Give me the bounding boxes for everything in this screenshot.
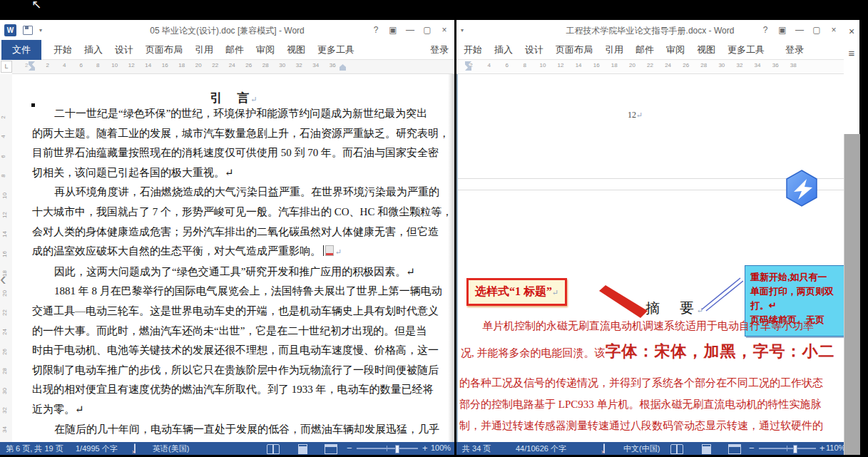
restore-button[interactable]: ▢ (808, 20, 825, 40)
read-mode-button[interactable] (267, 444, 280, 454)
ribbon-tab[interactable]: 插入 (494, 43, 513, 56)
document-text-line: 成的温室效应破坏大自然的生态平衡，对大气造成严重影响。↵ (32, 242, 449, 262)
sign-in-link[interactable]: 登录 (785, 43, 804, 56)
language-indicator[interactable]: 中文(中国) (623, 443, 660, 454)
right-title-bar[interactable]: ▾ 工程技术学院毕业论文指导手册.docx - Word ? ▣ — ▢ × (456, 20, 844, 40)
ribbon-tab[interactable]: 审阅 (666, 43, 685, 56)
ribbon-tab[interactable]: 开始 (53, 43, 72, 56)
zoom-slider-track[interactable] (357, 448, 418, 449)
tab-file[interactable]: 文件 (1, 40, 41, 60)
ribbon-tab[interactable]: 设计 (115, 43, 133, 56)
document-text-line: 目前世界石油蕴藏量按照现在的消耗速度仅可供使用 50 到 70 年。而石油与国家… (32, 143, 449, 163)
style-tip-box[interactable]: 选样式“1 标题”↵ (466, 278, 567, 306)
ruler-number: 20 (623, 62, 641, 68)
ruler-number: 22 (207, 62, 224, 68)
document-canvas[interactable]: 12↵ 选样式“1 标题”↵ 摘 要↵ (456, 74, 844, 442)
word-count[interactable]: 44/10626 个字 (516, 443, 566, 454)
ruler-number: 10 (106, 62, 123, 68)
ribbon-tab[interactable]: 页面布局 (145, 43, 183, 56)
restore-button[interactable]: ▢ (419, 20, 436, 40)
zoom-level[interactable]: 100% (431, 443, 451, 452)
spellcheck-icon[interactable] (134, 443, 136, 453)
ruler-number: 20 (1, 290, 8, 297)
ruler-number: 16 (1, 251, 8, 257)
page-indicator[interactable]: 共 34 页 (462, 443, 491, 454)
close-button[interactable]: × (825, 20, 842, 40)
ribbon-tab[interactable]: 视图 (697, 43, 715, 56)
minimize-button[interactable]: — (402, 20, 419, 40)
minimize-button[interactable]: — (791, 20, 808, 40)
document-text-line: 在随后的几十年间，电动车辆一直处于发展的低谷，而燃油车辆却发展迅猛，几乎↵ (32, 420, 449, 440)
print-layout-button[interactable] (702, 444, 711, 454)
ribbon-options-button[interactable]: ▣ (774, 20, 791, 40)
zoom-out-button[interactable]: − (347, 443, 352, 453)
ruler-number: 14 (1, 231, 8, 237)
callout-leader-lines (699, 275, 745, 312)
callout-line: 打。↵ (750, 299, 844, 313)
document-text-line: 二十一世纪是“绿色环保”的世纪，环境保护和能源节约问题成为新世纪最为突出↵ (32, 104, 449, 124)
red-text-line: 况, 并能将多余的电能回溃。该字体：宋体，加黑，字号：小二 (461, 341, 835, 362)
page-number: 12↵ (628, 110, 643, 120)
tab-stop-selector[interactable]: L (1, 61, 12, 73)
scrollbar-track[interactable] (844, 134, 860, 455)
document-text-line: 出现的相对便宜且有速度优势的燃油汽车所取代。到了 1933 年，电动车的数量已经… (32, 380, 449, 400)
ribbon-tabs: 文件 开始插入设计页面布局引用邮件审阅视图更多工具 登录 (0, 40, 454, 60)
web-layout-button[interactable] (325, 444, 337, 454)
zoom-slider-thumb[interactable] (793, 445, 797, 453)
spellcheck-icon[interactable] (603, 443, 605, 453)
close-icon[interactable]: × (844, 26, 859, 37)
ruler-number: 18 (606, 62, 623, 68)
zoom-slider-track[interactable] (759, 448, 816, 449)
ribbon-tab[interactable]: 插入 (84, 43, 103, 56)
zoom-level[interactable]: 110% (826, 443, 844, 452)
ribbon-tab[interactable]: 设计 (525, 43, 543, 56)
close-button[interactable]: × (436, 20, 453, 40)
zoom-slider-tick (787, 446, 787, 451)
document-canvas[interactable]: 引 言↵ 二十一世纪是“绿色环保”的世纪，环境保护和能源节约问题成为新世纪最为突… (12, 74, 454, 442)
ribbon-tab[interactable]: 开始 (464, 43, 482, 56)
revision-mark-icon[interactable] (325, 245, 334, 256)
zoom-slider-thumb[interactable] (395, 445, 399, 453)
ribbon-tab[interactable]: 视图 (287, 43, 305, 56)
zoom-out-button[interactable]: − (749, 443, 755, 453)
document-text-line: 因此，这两大问题成为了“绿色交通工具”研究开发和推广应用的积极因素。↵↵ (32, 262, 449, 282)
ribbon-tab[interactable]: 更多工具 (317, 43, 354, 56)
sign-in-link[interactable]: 登录 (430, 43, 449, 56)
ribbon-tabs: 开始插入设计页面布局引用邮件审阅视图更多工具 登录 (456, 40, 844, 60)
status-bar: 第 6 页, 共 19 页 1/4995 个字 英语(美国) − + 100% (0, 442, 454, 455)
word-count[interactable]: 1/4995 个字 (76, 443, 118, 454)
document-text-line: 再从环境角度讲，石油燃烧造成的大气污染日益严重。在世界环境污染最为严重的↵ (32, 183, 449, 202)
help-button[interactable]: ? (367, 20, 384, 40)
ribbon-tab[interactable]: 邮件 (635, 43, 654, 56)
left-word-window: W ▾ 05 毕业论文(设计).doc [兼容模式] - Word ? ▣ — … (0, 20, 454, 455)
ruler-number: 6 (498, 62, 516, 68)
ruler-number: 4 (480, 62, 498, 68)
ribbon-tab[interactable]: 审阅 (256, 43, 275, 56)
menu-icon[interactable]: ≡ (844, 47, 859, 59)
window-controls: ? ▣ — ▢ × (367, 20, 453, 40)
ruler-number: 2 (39, 62, 56, 68)
read-mode-button[interactable] (670, 444, 683, 454)
ruler-number: 4 (56, 62, 73, 68)
zoom-in-button[interactable]: + (422, 443, 428, 453)
xunlei-bird-icon[interactable] (785, 170, 819, 207)
ruler-number: 30 (713, 62, 730, 68)
zoom-in-button[interactable]: + (820, 443, 825, 453)
ruler-number: 24 (224, 62, 241, 68)
page-previous-overlay-icon[interactable]: ‹ (0, 271, 6, 287)
ribbon-options-button[interactable]: ▣ (384, 20, 402, 40)
language-indicator[interactable]: 英语(美国) (153, 443, 189, 454)
help-button[interactable]: ? (757, 20, 774, 40)
ribbon-tab[interactable]: 引用 (195, 43, 213, 56)
document-text-line: 时由于电动机、电池等关键技术的发展还很不理想，而且电动车速度慢、价格高，这一↵ (32, 341, 449, 361)
ribbon-tab[interactable]: 页面布局 (556, 43, 593, 56)
pilcrow-mark: ↵ (552, 288, 558, 297)
page-indicator[interactable]: 第 6 页, 共 19 页 (6, 443, 63, 454)
ribbon-tab[interactable]: 引用 (605, 43, 623, 56)
ribbon-tab[interactable]: 更多工具 (727, 43, 765, 56)
web-layout-button[interactable] (728, 444, 741, 454)
left-title-bar[interactable]: W ▾ 05 毕业论文(设计).doc [兼容模式] - Word ? ▣ — … (0, 20, 454, 40)
ruler-number: 26 (1, 349, 8, 355)
print-layout-button[interactable] (298, 444, 307, 454)
ribbon-tab[interactable]: 邮件 (225, 43, 244, 56)
